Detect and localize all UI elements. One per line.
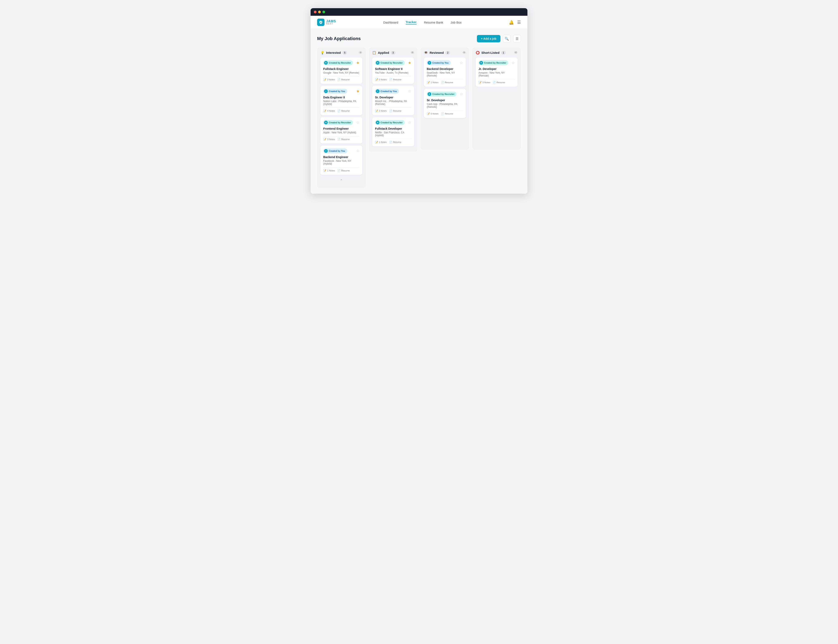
notes-item-card-9: 📝5 Notes xyxy=(427,112,438,115)
notes-icon-card-6: 📝 xyxy=(375,109,378,112)
notes-count-card-3: 3 Notes xyxy=(327,138,335,141)
notification-bell-icon[interactable]: 🔔 xyxy=(509,20,514,25)
creator-label-card-2: Created by You xyxy=(329,90,345,92)
notes-icon-card-8: 📝 xyxy=(427,81,430,84)
creator-badge-card-10: RCreated by Recruiter xyxy=(479,60,508,65)
star-icon-card-1[interactable]: ★ xyxy=(356,61,359,65)
column-title-group-interested: 💡Interested5 xyxy=(320,51,347,54)
add-job-button[interactable]: + Add a job xyxy=(477,35,500,42)
job-title-card-5: Software Engineer II xyxy=(375,67,411,71)
card-top-card-1: RCreated by Recruiter★ xyxy=(323,60,359,65)
card-footer-card-7: 📝1 Notes📄Resume xyxy=(375,139,411,144)
logo[interactable]: JAMS NEXT xyxy=(317,19,336,26)
job-card-card-3[interactable]: RCreated by Recruiter☆Frontend EngineerA… xyxy=(320,117,362,144)
job-card-card-10[interactable]: RCreated by Recruiter☆Jr. DeveloperAmazo… xyxy=(476,58,518,87)
column-applied-icon: 📋 xyxy=(372,51,376,54)
star-icon-card-7[interactable]: ☆ xyxy=(408,120,411,125)
minimize-dot[interactable] xyxy=(318,11,321,13)
card-top-card-4: YCreated by You☆ xyxy=(323,148,359,153)
card-footer-card-4: 📝1 Notes📄Resume xyxy=(323,167,359,172)
notes-count-card-6: 2 Notes xyxy=(379,110,387,112)
resume-icon-card-5: 📄 xyxy=(389,78,392,81)
job-title-card-7: Fullstack Developer xyxy=(375,127,411,130)
notes-item-card-7: 📝1 Notes xyxy=(375,141,387,144)
job-card-card-2[interactable]: YCreated by You★Data Engineer IINotion L… xyxy=(320,86,362,115)
job-title-card-1: Fullstack Engineer xyxy=(323,67,359,71)
resume-label-card-10: Resume xyxy=(497,81,505,84)
column-shortlisted-eye-icon[interactable]: 👁 xyxy=(514,51,518,54)
star-icon-card-2[interactable]: ★ xyxy=(356,89,359,94)
creator-label-card-3: Created by Recruiter xyxy=(329,121,351,124)
star-icon-card-3[interactable]: ☆ xyxy=(356,120,359,125)
header-actions: 🔔 ☰ xyxy=(509,20,521,25)
job-card-card-5[interactable]: RCreated by Recruiter★Software Engineer … xyxy=(372,58,414,84)
job-card-card-6[interactable]: YCreated by You☆Sr. DeveloperMooch Inc. … xyxy=(372,86,414,115)
logo-text: JAMS NEXT xyxy=(326,20,336,25)
notes-icon-card-2: 📝 xyxy=(323,109,326,112)
resume-icon-card-3: 📄 xyxy=(338,138,341,141)
job-company-card-1: Google · New York, NY (Remote) xyxy=(323,71,359,74)
column-interested-count: 5 xyxy=(342,51,347,54)
nav-resume-bank[interactable]: Resume Bank xyxy=(424,21,443,24)
star-icon-card-6[interactable]: ☆ xyxy=(408,89,411,94)
star-icon-card-4[interactable]: ☆ xyxy=(356,149,359,153)
nav-job-box[interactable]: Job Box xyxy=(451,21,461,24)
resume-icon-card-2: 📄 xyxy=(338,109,341,112)
card-top-card-5: RCreated by Recruiter★ xyxy=(375,60,411,65)
close-dot[interactable] xyxy=(314,11,316,13)
creator-avatar-card-10: R xyxy=(479,61,483,65)
search-button[interactable]: 🔍 xyxy=(503,35,510,43)
browser-titlebar xyxy=(311,8,527,16)
notes-icon-card-1: 📝 xyxy=(323,78,326,81)
star-icon-card-10[interactable]: ☆ xyxy=(512,61,515,65)
resume-icon-card-8: 📄 xyxy=(441,81,444,84)
notes-count-card-1: 2 Notes xyxy=(327,78,335,81)
creator-badge-card-2: YCreated by You xyxy=(323,89,347,94)
creator-avatar-card-1: R xyxy=(324,61,328,65)
expand-dot[interactable] xyxy=(323,11,325,13)
creator-avatar-card-7: R xyxy=(376,121,380,124)
header-right-actions: + Add a job 🔍 ☰ xyxy=(477,35,521,43)
resume-icon-card-10: 📄 xyxy=(493,81,496,84)
job-card-card-4[interactable]: YCreated by You☆Backend EngineerFacebook… xyxy=(320,146,362,175)
card-top-card-10: RCreated by Recruiter☆ xyxy=(479,60,515,65)
star-icon-card-5[interactable]: ★ xyxy=(408,61,411,65)
job-company-card-8: SeatGeek · New York, NY (Remote) xyxy=(427,71,463,77)
star-icon-card-9[interactable]: ☆ xyxy=(460,92,463,96)
hamburger-menu-icon[interactable]: ☰ xyxy=(517,20,521,25)
job-card-card-7[interactable]: RCreated by Recruiter☆Fullstack Develope… xyxy=(372,117,414,146)
logo-icon xyxy=(317,19,324,26)
notes-count-card-5: 0 Notes xyxy=(379,78,387,81)
filter-button[interactable]: ☰ xyxy=(513,35,521,43)
resume-item-card-9: 📄Resume xyxy=(441,112,453,115)
job-card-card-9[interactable]: RCreated by Recruiter☆Sr. DeveloperCash … xyxy=(424,89,466,118)
resume-icon-card-4: 📄 xyxy=(338,169,341,172)
job-title-card-3: Frontend Engineer xyxy=(323,127,359,130)
nav-dashboard[interactable]: Dashboard xyxy=(383,21,398,24)
column-applied: 📋Applied3👁RCreated by Recruiter★Software… xyxy=(369,48,417,152)
creator-label-card-8: Created by You xyxy=(432,62,449,64)
creator-badge-card-3: RCreated by Recruiter xyxy=(323,120,353,125)
notes-icon-card-3: 📝 xyxy=(323,138,326,141)
column-reviewed-icon: 👁️ xyxy=(424,51,428,54)
notes-icon-card-4: 📝 xyxy=(323,169,326,172)
job-title-card-9: Sr. Developer xyxy=(427,99,463,102)
notes-count-card-4: 1 Notes xyxy=(327,169,335,172)
card-footer-card-6: 📝2 Notes📄Resume xyxy=(375,108,411,112)
job-card-card-8[interactable]: YCreated by You☆Backend DeveloperSeatGee… xyxy=(424,58,466,87)
column-reviewed-eye-icon[interactable]: 👁 xyxy=(463,51,466,54)
column-applied-title: Applied xyxy=(378,51,389,54)
kanban-board: 💡Interested5👁RCreated by Recruiter★Fulls… xyxy=(317,48,521,188)
nav-tracker[interactable]: Tracker xyxy=(406,20,417,25)
column-applied-eye-icon[interactable]: 👁 xyxy=(411,51,414,54)
scroll-hint-interested: ⌃ xyxy=(320,177,362,185)
notes-icon-card-5: 📝 xyxy=(375,78,378,81)
card-top-card-2: YCreated by You★ xyxy=(323,89,359,94)
star-icon-card-8[interactable]: ☆ xyxy=(460,61,463,65)
column-interested-eye-icon[interactable]: 👁 xyxy=(359,51,362,54)
notes-item-card-1: 📝2 Notes xyxy=(323,78,335,81)
resume-label-card-7: Resume xyxy=(393,141,402,143)
resume-label-card-8: Resume xyxy=(445,81,453,84)
job-card-card-1[interactable]: RCreated by Recruiter★Fullstack Engineer… xyxy=(320,58,362,84)
main-nav: Dashboard Tracker Resume Bank Job Box xyxy=(383,20,461,25)
